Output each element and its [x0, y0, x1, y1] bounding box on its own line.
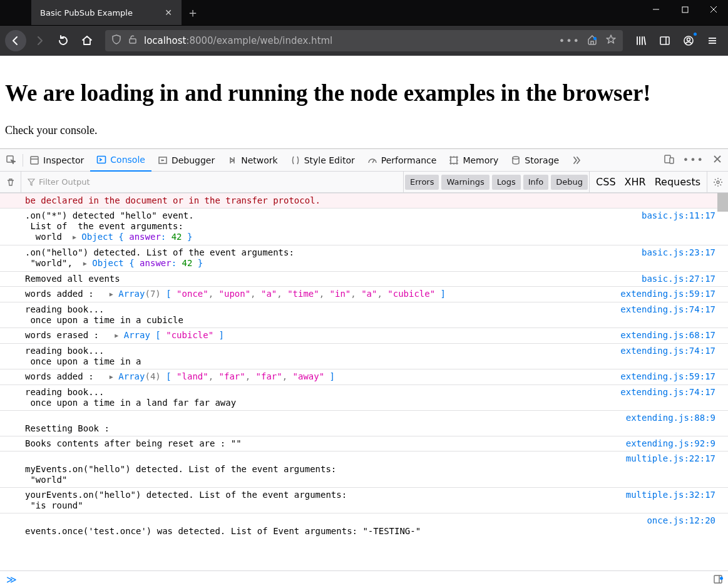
source-link[interactable]: extending.js:74:17 [614, 387, 715, 408]
window-minimize-button[interactable] [642, 0, 670, 19]
bookmark-star-icon[interactable] [605, 34, 617, 48]
console-input[interactable]: ≫ [0, 570, 728, 588]
console-message: words added : ▶ Array(7) [ "once", "upon… [0, 286, 728, 302]
svg-rect-17 [451, 157, 457, 163]
source-link[interactable]: multiple.js:22:17 [620, 453, 715, 485]
funnel-icon [28, 178, 35, 186]
toggle-info[interactable]: Info [523, 175, 549, 190]
console-message: Resetting Book :extending.js:88:9 [0, 410, 728, 436]
source-link[interactable]: extending.js:92:9 [620, 438, 715, 449]
svg-point-8 [687, 38, 690, 41]
window-maximize-button[interactable] [670, 0, 699, 19]
tab-performance[interactable]: Performance [361, 149, 443, 172]
svg-rect-4 [130, 39, 136, 43]
toggle-css[interactable]: CSS [596, 176, 615, 188]
source-link[interactable]: extending.js:59:17 [614, 371, 715, 383]
svg-rect-1 [682, 7, 688, 13]
console-message: Books contents after being reset are : "… [0, 436, 728, 451]
svg-line-16 [372, 160, 374, 163]
source-link[interactable]: extending.js:88:9 [620, 413, 715, 434]
url-bar[interactable]: localhost:8000/example/web/index.html ••… [105, 30, 623, 51]
source-link[interactable]: once.js:12:20 [640, 515, 715, 537]
svg-point-23 [717, 181, 719, 183]
source-link[interactable]: basic.js:23:17 [635, 247, 715, 269]
reload-button[interactable] [53, 30, 74, 51]
source-link[interactable]: basic.js:11:17 [635, 210, 715, 243]
clear-console-button[interactable] [0, 172, 21, 192]
toggle-warnings[interactable]: Warnings [441, 175, 489, 190]
source-link[interactable]: extending.js:74:17 [614, 304, 715, 326]
back-button[interactable] [5, 30, 26, 51]
console-message: words added : ▶ Array(4) [ "land", "far"… [0, 369, 728, 384]
tab-debugger[interactable]: Debugger [151, 149, 221, 172]
toggle-requests[interactable]: Requests [655, 176, 700, 188]
page-actions-icon[interactable]: ••• [559, 35, 580, 47]
new-tab-button[interactable]: ＋ [182, 0, 204, 25]
tab-style-editor[interactable]: Style Editor [284, 149, 361, 172]
tabs-overflow-button[interactable] [565, 149, 588, 172]
devtools-close-button[interactable] [713, 154, 722, 166]
forward-button[interactable] [29, 30, 50, 51]
console-message: reading book... once upon a time in aext… [0, 343, 728, 369]
toggle-xhr[interactable]: XHR [625, 176, 646, 188]
filter-input[interactable]: Filter Output [21, 172, 96, 192]
tab-storage[interactable]: Storage [505, 149, 565, 172]
shield-icon[interactable] [111, 34, 121, 47]
library-button[interactable] [630, 30, 652, 51]
tab-inspector[interactable]: Inspector [23, 149, 90, 172]
console-message: Removed all eventsbasic.js:27:17 [0, 271, 728, 286]
tab-network[interactable]: Network [221, 149, 284, 172]
tab-memory[interactable]: Memory [443, 149, 505, 172]
window-close-button[interactable] [699, 0, 728, 19]
svg-point-18 [513, 157, 519, 159]
source-link[interactable]: basic.js:27:17 [635, 274, 715, 284]
element-picker-button[interactable] [0, 149, 23, 172]
source-link[interactable]: multiple.js:32:17 [620, 490, 715, 511]
toggle-logs[interactable]: Logs [492, 175, 521, 190]
tab-console[interactable]: Console [90, 149, 151, 172]
svg-rect-13 [31, 157, 38, 164]
source-link[interactable]: extending.js:59:17 [614, 289, 715, 300]
responsive-mode-button[interactable] [664, 154, 674, 167]
console-message: myEvents.on("hello") detected. List of t… [0, 451, 728, 487]
scrollbar-thumb[interactable] [717, 193, 728, 212]
page-heading: We are loading in and running the node e… [5, 80, 723, 106]
devtools-menu-button[interactable]: ••• [683, 154, 704, 166]
category-toggles: CSS XHR Requests [589, 172, 707, 192]
tab-title: Basic PubSub Example [40, 8, 163, 18]
svg-rect-24 [714, 575, 722, 583]
console-output[interactable]: be declared in the document or in the tr… [0, 193, 728, 570]
split-console-button[interactable] [713, 574, 725, 587]
svg-rect-5 [660, 37, 669, 44]
console-message: be declared in the document or in the tr… [0, 193, 728, 208]
navbar: localhost:8000/example/web/index.html ••… [0, 25, 728, 56]
console-message: events.once('test.once') was detected. L… [0, 513, 728, 539]
console-message: .on("hello") detected. List of the event… [0, 245, 728, 271]
account-button[interactable] [678, 30, 699, 51]
toggle-debug[interactable]: Debug [551, 175, 588, 190]
toggle-errors[interactable]: Errors [405, 175, 439, 190]
console-message: reading book... once upon a time in a cu… [0, 302, 728, 328]
page-subtext: Check your console. [5, 124, 723, 137]
sidebar-button[interactable] [654, 30, 675, 51]
console-message: .on("*") detected "hello" event. List of… [0, 208, 728, 245]
source-link[interactable]: extending.js:74:17 [614, 346, 715, 367]
lock-open-icon[interactable] [128, 34, 138, 47]
reader-icon[interactable] [587, 34, 599, 47]
app-menu-button[interactable] [702, 30, 723, 51]
close-tab-button[interactable]: ✕ [163, 7, 174, 18]
console-settings-button[interactable] [707, 172, 728, 192]
titlebar: Basic PubSub Example ✕ ＋ [0, 0, 728, 25]
filter-placeholder: Filter Output [39, 177, 90, 187]
browser-tab[interactable]: Basic PubSub Example ✕ [31, 0, 182, 25]
page-content: We are loading in and running the node e… [0, 56, 728, 148]
console-message: words erased : ▶ Array [ "cubicle" ]exte… [0, 328, 728, 343]
prompt-chevrons-icon: ≫ [6, 574, 17, 585]
devtools: Inspector Console Debugger Network Style… [0, 148, 728, 588]
console-message: yourEvents.on("hello") detected. List of… [0, 487, 728, 513]
console-filterbar: Filter Output Errors Warnings Logs Info … [0, 172, 728, 193]
source-link[interactable]: extending.js:68:17 [614, 330, 715, 341]
devtools-tabbar: Inspector Console Debugger Network Style… [0, 149, 728, 172]
url-text: localhost:8000/example/web/index.html [144, 35, 332, 46]
home-button[interactable] [76, 30, 98, 51]
